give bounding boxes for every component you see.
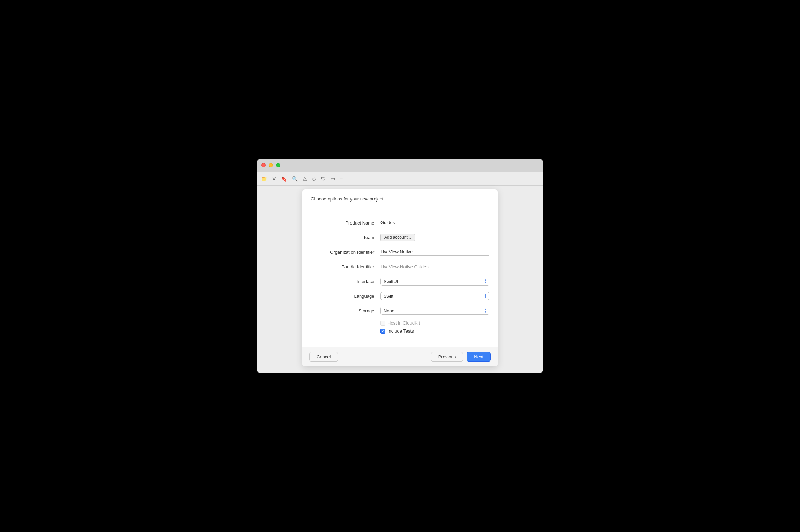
interface-label: Interface: xyxy=(311,279,380,284)
storage-value: None Core Data SwiftData ▲ ▼ xyxy=(380,307,489,315)
language-label: Language: xyxy=(311,294,380,299)
bundle-identifier-value: LiveView-Native.Guides xyxy=(380,264,489,270)
product-name-input[interactable] xyxy=(380,219,489,226)
storage-select-wrapper: None Core Data SwiftData ▲ ▼ xyxy=(380,307,489,315)
product-name-row: Product Name: xyxy=(311,218,489,228)
diamond-icon[interactable]: ◇ xyxy=(312,176,316,182)
bundle-identifier-label: Bundle Identifier: xyxy=(311,264,380,269)
team-value: Add account... xyxy=(380,234,489,241)
org-identifier-input[interactable] xyxy=(380,249,489,256)
dialog-title-text: Choose options for your new project: xyxy=(311,196,385,202)
host-cloudkit-label: Host in CloudKit xyxy=(387,320,420,326)
toolbar: 📁 ✕ 🔖 🔍 ⚠ ◇ 🛡 ▭ ≡ xyxy=(257,172,543,186)
footer-right: Previous Next xyxy=(431,352,491,362)
team-label: Team: xyxy=(311,235,380,240)
rect-icon[interactable]: ▭ xyxy=(331,176,335,182)
next-button[interactable]: Next xyxy=(467,352,491,362)
language-value: Swift Objective-C ▲ ▼ xyxy=(380,292,489,300)
dialog-footer: Cancel Previous Next xyxy=(302,347,498,366)
host-cloudkit-row: Host in CloudKit xyxy=(311,320,489,326)
bundle-identifier-row: Bundle Identifier: LiveView-Native.Guide… xyxy=(311,262,489,272)
bundle-identifier-text: LiveView-Native.Guides xyxy=(380,264,429,270)
minimize-button[interactable] xyxy=(269,163,273,167)
project-options-dialog: Choose options for your new project: Pro… xyxy=(302,189,498,366)
add-account-button[interactable]: Add account... xyxy=(380,234,415,241)
include-tests-row: Include Tests xyxy=(311,328,489,334)
interface-select-wrapper: SwiftUI Storyboard ▲ ▼ xyxy=(380,278,489,286)
include-tests-checkbox[interactable] xyxy=(380,329,385,334)
include-tests-label: Include Tests xyxy=(387,328,414,334)
dialog-content: Product Name: Team: Add account... Organ… xyxy=(302,207,498,347)
lines-icon[interactable]: ≡ xyxy=(340,176,343,182)
dialog-title: Choose options for your new project: xyxy=(302,189,498,207)
team-row: Team: Add account... xyxy=(311,233,489,242)
language-row: Language: Swift Objective-C ▲ ▼ xyxy=(311,291,489,301)
shield-icon[interactable]: 🛡 xyxy=(321,176,326,182)
maximize-button[interactable] xyxy=(276,163,280,167)
storage-label: Storage: xyxy=(311,308,380,313)
close-icon[interactable]: ✕ xyxy=(272,176,276,182)
product-name-label: Product Name: xyxy=(311,220,380,226)
close-button[interactable] xyxy=(261,163,266,167)
interface-select[interactable]: SwiftUI Storyboard xyxy=(380,278,489,286)
toolbar-icons: 📁 ✕ 🔖 🔍 ⚠ ◇ 🛡 ▭ ≡ xyxy=(261,176,343,182)
storage-select[interactable]: None Core Data SwiftData xyxy=(380,307,489,315)
folder-icon[interactable]: 📁 xyxy=(261,176,267,182)
host-cloudkit-checkbox[interactable] xyxy=(380,321,385,326)
previous-button[interactable]: Previous xyxy=(431,352,463,362)
search-icon[interactable]: 🔍 xyxy=(292,176,298,182)
interface-row: Interface: SwiftUI Storyboard ▲ ▼ xyxy=(311,276,489,286)
content-area: Choose options for your new project: Pro… xyxy=(257,186,543,373)
storage-row: Storage: None Core Data SwiftData ▲ ▼ xyxy=(311,306,489,316)
titlebar xyxy=(257,159,543,172)
org-identifier-label: Organization Identifier: xyxy=(311,250,380,255)
mac-window: 📁 ✕ 🔖 🔍 ⚠ ◇ 🛡 ▭ ≡ Choose options for you… xyxy=(257,159,543,373)
product-name-value xyxy=(380,219,489,226)
org-identifier-value xyxy=(380,249,489,256)
org-identifier-row: Organization Identifier: xyxy=(311,247,489,257)
cancel-button[interactable]: Cancel xyxy=(309,352,338,362)
language-select-wrapper: Swift Objective-C ▲ ▼ xyxy=(380,292,489,300)
interface-value: SwiftUI Storyboard ▲ ▼ xyxy=(380,278,489,286)
language-select[interactable]: Swift Objective-C xyxy=(380,292,489,300)
bookmark-icon[interactable]: 🔖 xyxy=(281,176,287,182)
warning-icon[interactable]: ⚠ xyxy=(303,176,307,182)
